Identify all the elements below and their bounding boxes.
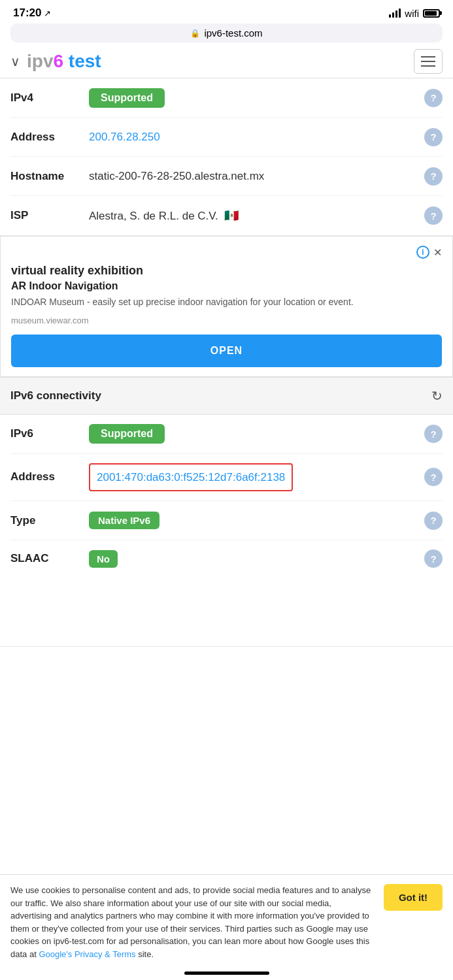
slaac-value: No xyxy=(89,550,419,568)
ipv6-section-header: IPv6 connectivity ↻ xyxy=(0,377,453,415)
status-bar: 17:20 ↗ wifi xyxy=(0,0,453,24)
ipv6-address-help-icon[interactable]: ? xyxy=(424,468,443,486)
hostname-row: Hostname static-200-76-28-250.alestra.ne… xyxy=(10,157,443,196)
logo-6: 6 xyxy=(53,51,63,71)
ad-title: virtual reality exhibition xyxy=(11,264,442,278)
ad-banner: i ✕ virtual reality exhibition AR Indoor… xyxy=(0,236,453,377)
isp-value: Alestra, S. de R.L. de C.V. 🇲🇽 xyxy=(89,208,419,223)
ipv4-label: IPv4 xyxy=(10,91,89,105)
ipv4-value: Supported xyxy=(89,88,419,108)
hostname-help-icon[interactable]: ? xyxy=(424,167,443,186)
logo-ipv: ipv xyxy=(27,51,53,71)
hostname-value: static-200-76-28-250.alestra.net.mx xyxy=(89,170,419,183)
status-icons: wifi xyxy=(389,8,440,19)
type-help-icon[interactable]: ? xyxy=(424,512,443,530)
url-text: ipv6-test.com xyxy=(204,27,262,39)
logo-test: test xyxy=(63,51,101,71)
ad-subtitle: AR Indoor Navigation xyxy=(11,280,442,292)
hostname-label: Hostname xyxy=(10,170,89,183)
signal-icon xyxy=(389,8,401,18)
ipv6-value: Supported xyxy=(89,424,419,444)
ad-description: INDOAR Museum - easily set up precise in… xyxy=(11,296,442,309)
ipv6-address-value: 2001:470:da63:0:f525:12d7:6a6f:2138 xyxy=(89,463,420,492)
battery-icon xyxy=(423,9,440,18)
ipv4-row: IPv4 Supported ? xyxy=(10,78,443,118)
ipv6-row: IPv6 Supported ? xyxy=(10,415,443,454)
got-it-button[interactable]: Got it! xyxy=(384,884,443,911)
status-time: 17:20 xyxy=(13,7,41,20)
ipv4-address-value[interactable]: 200.76.28.250 xyxy=(89,131,419,144)
isp-help-icon[interactable]: ? xyxy=(424,206,443,225)
mx-flag-icon: 🇲🇽 xyxy=(224,208,239,223)
ad-info-icon[interactable]: i xyxy=(416,246,429,259)
ipv6-help-icon[interactable]: ? xyxy=(424,425,443,443)
privacy-terms-link[interactable]: Google's Privacy & Terms xyxy=(39,949,135,959)
hamburger-button[interactable] xyxy=(414,49,443,74)
cookie-text-part1: We use cookies to personalise content an… xyxy=(10,885,371,959)
address-help-icon[interactable]: ? xyxy=(424,128,443,146)
cookie-content: We use cookies to personalise content an… xyxy=(10,884,443,960)
lock-icon: 🔒 xyxy=(190,29,200,38)
slaac-help-icon[interactable]: ? xyxy=(424,549,443,568)
ipv6-address-box[interactable]: 2001:470:da63:0:f525:12d7:6a6f:2138 xyxy=(89,463,293,492)
wifi-icon: wifi xyxy=(405,8,419,19)
refresh-icon[interactable]: ↻ xyxy=(431,388,443,404)
isp-row: ISP Alestra, S. de R.L. de C.V. 🇲🇽 ? xyxy=(10,196,443,235)
browser-nav: ∨ ipv6 test xyxy=(0,45,453,78)
ipv6-section-title: IPv6 connectivity xyxy=(10,389,101,402)
cookie-text-part2: site. xyxy=(136,949,154,959)
ipv6-type-row: Type Native IPv6 ? xyxy=(10,501,443,540)
location-arrow-icon: ↗ xyxy=(44,8,51,18)
chevron-down-icon[interactable]: ∨ xyxy=(10,54,20,69)
ipv6-address-row: Address 2001:470:da63:0:f525:12d7:6a6f:2… xyxy=(10,454,443,502)
cookie-banner: We use cookies to personalise content an… xyxy=(0,874,453,980)
type-label: Type xyxy=(10,514,89,527)
ad-top-bar: i ✕ xyxy=(11,246,442,259)
ipv4-section: IPv4 Supported ? Address 200.76.28.250 ?… xyxy=(0,78,453,236)
slaac-no-badge: No xyxy=(89,550,118,568)
ipv6-section: IPv6 Supported ? Address 2001:470:da63:0… xyxy=(0,415,453,647)
ipv4-help-icon[interactable]: ? xyxy=(424,89,443,107)
ipv4-supported-badge: Supported xyxy=(89,88,165,108)
slaac-row: SLAAC No ? xyxy=(10,540,443,646)
hamburger-line xyxy=(421,56,435,57)
ad-close-icon[interactable]: ✕ xyxy=(433,246,442,259)
home-indicator xyxy=(184,972,269,975)
ipv6-supported-badge: Supported xyxy=(89,424,165,444)
hamburger-line xyxy=(421,65,435,67)
ipv6-address-label: Address xyxy=(10,470,89,483)
ad-open-button[interactable]: OPEN xyxy=(11,335,442,367)
address-label: Address xyxy=(10,131,89,144)
site-logo: ipv6 test xyxy=(27,51,101,72)
type-value: Native IPv6 xyxy=(89,512,419,529)
ipv6-label: IPv6 xyxy=(10,427,89,440)
hamburger-line xyxy=(421,61,435,62)
ad-url: museum.viewar.com xyxy=(11,316,442,325)
native-ipv6-badge: Native IPv6 xyxy=(89,512,159,529)
url-bar[interactable]: 🔒 ipv6-test.com xyxy=(10,24,443,42)
slaac-label: SLAAC xyxy=(10,552,89,565)
cookie-text: We use cookies to personalise content an… xyxy=(10,884,375,960)
ipv4-address-row: Address 200.76.28.250 ? xyxy=(10,118,443,157)
isp-label: ISP xyxy=(10,209,89,222)
